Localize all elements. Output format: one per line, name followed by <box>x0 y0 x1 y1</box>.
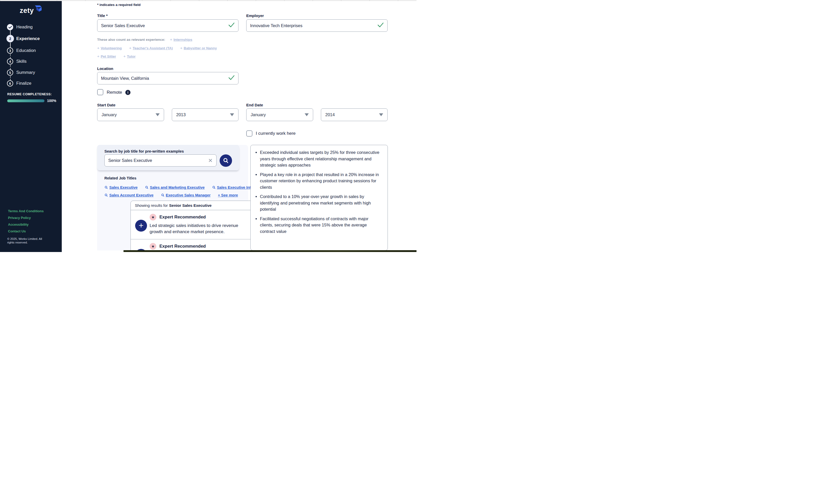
valid-check-icon <box>378 22 384 29</box>
related-job-titles-heading: Related Job Titles <box>104 176 137 180</box>
babysitter-link[interactable]: +Babysitter or Nanny <box>180 46 217 50</box>
valid-check-icon <box>229 75 235 81</box>
employer-label: Employer <box>246 14 264 18</box>
chevron-down-icon <box>156 114 160 116</box>
search-icon <box>223 157 229 164</box>
zety-logo-text: zety <box>20 7 34 15</box>
step-connector <box>10 54 10 58</box>
expert-recommended-badge: Expert Recommended <box>160 244 206 249</box>
remote-checkbox[interactable] <box>97 89 103 95</box>
title-label: Title * <box>97 14 108 18</box>
related-job-link[interactable]: Sales Executive Intern <box>212 185 257 190</box>
experience-bullet: Facilitated successful negotiations of c… <box>260 216 381 235</box>
search-input[interactable]: Senior Sales Executive ✕ <box>104 154 216 167</box>
teachers-assistant-link[interactable]: +Teacher's Assistant (TA) <box>129 46 173 50</box>
title-input[interactable]: Senior Sales Executive <box>97 19 238 32</box>
expert-recommended-badge: Expert Recommended <box>160 215 206 220</box>
related-links-row: Sales Account Executive Executive Sales … <box>104 193 238 198</box>
valid-check-icon <box>229 22 235 29</box>
end-year-select[interactable]: 2014 <box>321 108 387 121</box>
step-label: Finalize <box>16 81 31 86</box>
experience-preview-panel[interactable]: Exceeded individual sales targets by 25%… <box>251 145 388 250</box>
search-button[interactable] <box>220 154 232 167</box>
experience-form: * indicates a required field Title * Sen… <box>62 0 416 252</box>
relevant-experience-row: These also count as relevant experience:… <box>97 37 198 42</box>
zety-logo[interactable]: zety <box>0 7 62 15</box>
showing-results-prefix: Showing results for <box>135 203 168 208</box>
start-date-label: Start Date <box>97 103 116 107</box>
step-connector <box>10 43 10 48</box>
resume-completeness: RESUME COMPLETENESS: 100% <box>7 93 59 103</box>
chevron-down-icon <box>230 114 234 116</box>
step-connector <box>10 76 10 80</box>
page-background-strip <box>123 250 416 252</box>
chevron-down-icon <box>305 114 309 116</box>
sidebar: zety Heading 2 <box>0 0 62 252</box>
info-icon[interactable]: i <box>125 90 130 95</box>
step-number: 2 <box>6 35 14 42</box>
currently-work-checkbox[interactable] <box>246 130 253 136</box>
step-check-icon <box>7 24 13 30</box>
tutor-link[interactable]: +Tutor <box>123 54 136 58</box>
chevron-down-icon <box>379 114 383 116</box>
add-example-button[interactable]: + <box>135 220 147 232</box>
see-more-link[interactable]: + See more <box>218 193 238 197</box>
copyright-text: © 2025, Works Limited. All rights reserv… <box>7 237 49 244</box>
experience-bullet: Exceeded individual sales targets by 25%… <box>260 149 381 168</box>
accessibility-link[interactable]: Accessibility <box>8 223 44 226</box>
results-box: Showing results for Senior Sales Executi… <box>130 201 258 250</box>
title-value: Senior Sales Executive <box>101 23 229 28</box>
search-label: Search by job title for pre-written exam… <box>104 149 184 153</box>
search-value: Senior Sales Executive <box>108 158 208 163</box>
privacy-link[interactable]: Privacy Policy <box>8 216 44 220</box>
related-job-link[interactable]: Executive Sales Manager <box>161 193 211 197</box>
step-label: Skills <box>16 59 27 64</box>
step-label: Experience <box>16 36 40 41</box>
star-icon: ★ <box>150 214 156 221</box>
related-job-link[interactable]: Sales and Marketing Executive <box>145 185 205 190</box>
related-job-link[interactable]: Sales Executive <box>104 185 138 190</box>
volunteering-link[interactable]: +Volunteering <box>97 46 122 50</box>
relevant-experience-row: +Volunteering +Teacher's Assistant (TA) … <box>97 46 223 50</box>
star-icon: ★ <box>150 243 156 250</box>
list-item: + ★ Expert Recommended Led strategic sal… <box>131 210 257 239</box>
clear-search-icon[interactable]: ✕ <box>208 158 213 163</box>
related-links-row: Sales Executive Sales and Marketing Exec… <box>104 185 263 190</box>
start-month-value: January <box>101 112 117 117</box>
resume-completeness-label: RESUME COMPLETENESS: <box>7 93 59 96</box>
step-label: Heading <box>16 25 32 30</box>
zety-logo-arrow-icon <box>34 5 42 14</box>
showing-results-term: Senior Sales Executive <box>169 203 212 208</box>
start-year-value: 2013 <box>176 112 186 117</box>
results-header: Showing results for Senior Sales Executi… <box>131 201 257 210</box>
completeness-progress-bar <box>7 99 44 102</box>
currently-work-label: I currently work here <box>256 131 295 136</box>
pet-sitter-link[interactable]: +Pet Sitter <box>97 54 116 58</box>
location-input[interactable]: Mountain View, California <box>97 72 238 84</box>
list-item: + ★ Expert Recommended Developed and mai… <box>131 239 257 250</box>
experience-bullet: Played a key role in a project that resu… <box>260 172 381 191</box>
location-label: Location <box>97 66 114 71</box>
start-month-select[interactable]: January <box>97 108 164 121</box>
start-year-select[interactable]: 2013 <box>172 108 238 121</box>
experience-bullet-list: Exceeded individual sales targets by 25%… <box>260 149 381 234</box>
internships-link[interactable]: +Internships <box>170 38 192 42</box>
zety-resume-builder: zety Heading 2 <box>0 0 416 252</box>
terms-link[interactable]: Terms And Conditions <box>8 209 44 213</box>
sidebar-footer-links: Terms And Conditions Privacy Policy Acce… <box>8 209 44 236</box>
employer-input[interactable]: Innovative Tech Enterprises <box>246 19 387 32</box>
location-value: Mountain View, California <box>101 76 229 81</box>
end-year-value: 2014 <box>325 112 335 117</box>
required-field-note: * indicates a required field <box>97 3 141 7</box>
experience-bullet: Contributed to a 10% year-over-year grow… <box>260 193 381 212</box>
end-date-label: End Date <box>246 103 263 107</box>
step-label: Education <box>16 48 36 53</box>
related-job-link[interactable]: Sales Account Executive <box>104 193 153 197</box>
step-number: 5 <box>7 70 13 76</box>
example-text: Led strategic sales initiatives to drive… <box>150 223 247 235</box>
step-label: Summary <box>16 70 35 75</box>
end-month-select[interactable]: January <box>246 108 313 121</box>
contact-link[interactable]: Contact Us <box>8 229 44 233</box>
completeness-value: 100% <box>47 99 56 103</box>
employer-value: Innovative Tech Enterprises <box>250 23 378 28</box>
